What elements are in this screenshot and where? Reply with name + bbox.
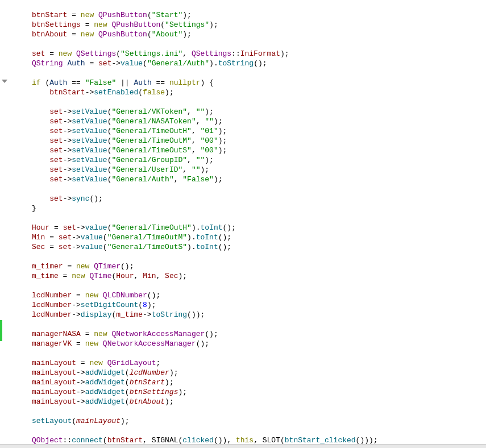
token-member: btnStart: [49, 88, 85, 97]
token-number: 8: [143, 301, 147, 309]
token-member: managerVK: [32, 339, 72, 348]
token-keyword: new: [81, 30, 94, 39]
token-macro: SLOT: [263, 436, 280, 445]
token-member: Min: [32, 233, 45, 242]
token-string: "General/Auth": [147, 59, 209, 68]
token-func: sync: [72, 194, 89, 203]
token-type: QGridLayout: [107, 359, 156, 367]
token-member: m_timer: [32, 262, 63, 271]
token-string: "": [192, 165, 201, 174]
token-type: QPushButton: [111, 20, 160, 29]
token-string: "General/GroupID": [111, 156, 187, 164]
token-member: m_time: [116, 310, 143, 319]
token-string: "General/TimeOutS": [111, 146, 191, 155]
token-func: toInt: [196, 243, 218, 251]
token-type: QObject: [32, 436, 63, 445]
token-func: toString: [218, 59, 254, 68]
token-func: toInt: [201, 223, 223, 232]
token-func: setValue: [72, 136, 107, 145]
token-member: Sec: [32, 243, 45, 251]
token-keyword: new: [59, 49, 72, 58]
token-arg: lcdNumber: [130, 368, 169, 377]
token-string: "General/TimeOutM": [107, 233, 187, 242]
code-block: btnStart = new QPushButton("Start"); btn…: [13, 0, 378, 448]
token-string: "": [205, 117, 214, 126]
token-type: QNetworkAccessManager: [111, 330, 205, 338]
token-func: addWidget: [85, 368, 125, 377]
token-string: "01": [201, 127, 218, 135]
token-arg: btnStart: [130, 378, 165, 387]
token-string: "General/UserID": [111, 165, 182, 174]
token-string: "Start": [152, 11, 183, 19]
token-member: btnAbout: [32, 30, 67, 39]
token-member: m_time: [32, 272, 59, 280]
bottom-scrollbar[interactable]: [0, 444, 486, 448]
token-func: setValue: [72, 127, 107, 135]
token-member: set: [59, 243, 72, 251]
token-keyword: new: [94, 330, 107, 338]
token-keyword: new: [76, 262, 89, 271]
editor-viewport: btnStart = new QPushButton("Start"); btn…: [0, 0, 486, 448]
token-keyword: new: [81, 11, 94, 19]
token-enum: IniFormat: [240, 49, 280, 58]
token-member: mainLayout: [32, 378, 76, 387]
token-func: addWidget: [85, 397, 125, 406]
token-member: lcdNumber: [32, 301, 72, 309]
token-member: set: [49, 146, 63, 155]
token-func: value: [85, 223, 107, 232]
token-func: setValue: [72, 165, 107, 174]
token-string: "General/TimeOutH": [111, 127, 191, 135]
token-keyword: if: [32, 78, 41, 87]
token-func: setEnabled: [94, 88, 138, 97]
token-member: btnStart: [107, 436, 143, 445]
token-member: set: [49, 194, 63, 203]
token-member: managerNASA: [32, 330, 81, 338]
token-local: Auth: [134, 78, 151, 87]
token-func: setValue: [72, 146, 107, 155]
token-member: set: [59, 233, 72, 242]
token-member: set: [49, 107, 63, 116]
token-func: connect: [72, 436, 103, 445]
token-member: set: [49, 165, 63, 174]
token-type: QPushButton: [98, 11, 147, 19]
token-member: set: [49, 175, 63, 184]
token-func: setValue: [72, 107, 107, 116]
token-keyword: new: [85, 291, 98, 300]
token-arg: btnSettings: [130, 388, 178, 396]
token-string: "General/NASAToken": [111, 117, 196, 126]
token-string: "General/TimeOutS": [107, 243, 187, 251]
token-func: setValue: [72, 175, 107, 184]
token-keyword: this: [236, 436, 254, 445]
token-func: value: [81, 233, 103, 242]
token-member: set: [49, 156, 63, 164]
token-string: "Settings": [165, 20, 209, 29]
token-keyword: new: [89, 359, 102, 367]
token-member: lcdNumber: [32, 310, 72, 319]
token-func: setDigitCount: [81, 301, 138, 309]
token-type: QString: [32, 59, 63, 68]
token-keyword: false: [143, 88, 165, 97]
token-member: set: [32, 49, 45, 58]
token-local: Auth: [49, 78, 67, 87]
token-macro: SIGNAL: [152, 436, 178, 445]
token-type: QLCDNumber: [103, 291, 147, 300]
token-member: set: [98, 59, 111, 68]
token-member: mainLayout: [32, 359, 76, 367]
token-keyword: new: [85, 339, 98, 348]
change-marker: [0, 320, 2, 341]
fold-collapse-icon[interactable]: [2, 80, 7, 83]
token-type: QSettings: [76, 49, 116, 58]
token-string: "General/TimeOutH": [111, 223, 191, 232]
token-member: Sec: [165, 272, 178, 280]
token-member: lcdNumber: [32, 291, 72, 300]
token-type: QPushButton: [98, 30, 147, 39]
token-member: Min: [143, 272, 156, 280]
token-string: "False": [182, 175, 214, 184]
token-string: "00": [201, 136, 218, 145]
token-func: setLayout: [32, 417, 72, 425]
token-member: set: [49, 117, 63, 126]
token-string: "General/TimeOutM": [111, 136, 191, 145]
token-func: setValue: [72, 156, 107, 164]
token-func: toString: [152, 310, 187, 319]
token-member: Hour: [116, 272, 134, 280]
